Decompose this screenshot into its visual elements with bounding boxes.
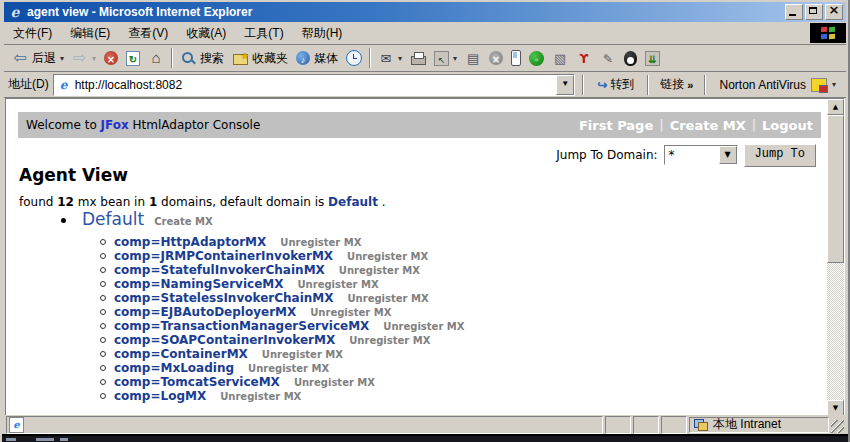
unregister-mx-link[interactable]: Unregister MX — [280, 237, 361, 248]
resize-grip[interactable] — [831, 420, 844, 433]
messenger-icon — [489, 51, 503, 65]
select-dropdown-icon[interactable]: ▼ — [719, 146, 737, 164]
address-dropdown-icon[interactable]: ▼ — [556, 75, 574, 95]
history-button[interactable] — [342, 48, 366, 68]
back-button[interactable]: 后退 ▾ — [8, 48, 68, 69]
yahoo-button[interactable] — [572, 48, 596, 68]
unregister-mx-link[interactable]: Unregister MX — [294, 377, 375, 388]
stop-button[interactable] — [100, 49, 122, 67]
status-pane — [661, 416, 687, 434]
edit-button[interactable]: ▾ — [430, 49, 461, 68]
circle-bullet-icon — [100, 365, 106, 371]
mail-dropdown-icon[interactable]: ▾ — [398, 54, 402, 63]
menu-item[interactable]: 编辑(E) — [61, 22, 119, 45]
vertical-scrollbar[interactable]: ▲ ▼ — [827, 99, 844, 416]
domain-select[interactable]: * ▼ — [664, 145, 738, 165]
mbean-link[interactable]: comp=TransactionManagerServiceMX — [114, 319, 369, 333]
minimize-button[interactable] — [785, 4, 803, 20]
forward-button[interactable]: ▾ — [68, 48, 100, 68]
domain-link[interactable]: Default — [82, 209, 144, 229]
favorites-button[interactable]: 收藏夹 — [228, 48, 292, 69]
window-title: agent view - Microsoft Internet Explorer — [27, 5, 783, 19]
unregister-mx-link[interactable]: Unregister MX — [248, 363, 329, 374]
unregister-mx-link[interactable]: Unregister MX — [347, 293, 428, 304]
mbean-link[interactable]: comp=SOAPContainerInvokerMX — [114, 333, 335, 347]
norton-dropdown-icon[interactable]: ▾ — [832, 80, 836, 89]
menu-item[interactable]: 帮助(H) — [293, 22, 352, 45]
close-button[interactable] — [825, 4, 843, 20]
discuss-button[interactable] — [461, 48, 485, 68]
mbean-link[interactable]: comp=EJBAutoDeployerMX — [114, 305, 296, 319]
unregister-mx-link[interactable]: Unregister MX — [339, 265, 420, 276]
unregister-mx-link[interactable]: Unregister MX — [347, 251, 428, 262]
create-mx-link[interactable]: Create MX — [154, 216, 213, 227]
download-button[interactable] — [641, 49, 664, 68]
green-globe-icon — [529, 51, 544, 66]
jump-label: Jump To Domain: — [556, 148, 657, 162]
mbean-link[interactable]: comp=JRMPContainerInvokerMX — [114, 249, 333, 263]
mbean-link[interactable]: comp=NamingServiceMX — [114, 277, 283, 291]
address-field[interactable]: http://localhost:8082 ▼ — [53, 74, 576, 96]
mail-button[interactable]: ▾ — [374, 48, 406, 68]
scrollbar-thumb[interactable] — [827, 115, 844, 263]
tools-icon — [552, 50, 568, 66]
default-domain-link[interactable]: Default — [328, 195, 378, 209]
jump-to-button[interactable]: Jump To — [744, 144, 816, 167]
mbean-link[interactable]: comp=ContainerMX — [114, 347, 248, 361]
mobile-button[interactable] — [507, 48, 525, 68]
menu-item[interactable]: 工具(T) — [235, 22, 292, 45]
address-url[interactable]: http://localhost:8082 — [75, 78, 553, 92]
mbean-link[interactable]: comp=StatelessInvokerChainMX — [114, 291, 333, 305]
unregister-mx-link[interactable]: Unregister MX — [297, 279, 378, 290]
qq-button[interactable] — [620, 49, 641, 68]
scroll-up-icon[interactable]: ▲ — [827, 99, 844, 115]
menu-item[interactable]: 收藏(A) — [177, 22, 235, 45]
media-button[interactable]: 媒体 — [292, 48, 342, 69]
header-nav-link-create-mx[interactable]: Create MX — [670, 118, 746, 133]
menu-item[interactable]: 文件(F) — [4, 22, 61, 45]
unregister-mx-link[interactable]: Unregister MX — [349, 335, 430, 346]
mbean-link[interactable]: comp=LogMX — [114, 389, 206, 403]
forward-icon — [72, 50, 88, 66]
scroll-down-icon[interactable]: ▼ — [827, 400, 844, 416]
home-button[interactable] — [144, 48, 168, 68]
mbean-link[interactable]: comp=HttpAdaptorMX — [114, 235, 266, 249]
maximize-button[interactable] — [805, 4, 823, 20]
circle-bullet-icon — [100, 295, 106, 301]
refresh-button[interactable] — [122, 49, 144, 68]
media-label: 媒体 — [314, 50, 338, 67]
icq-button[interactable] — [525, 49, 548, 68]
messenger-button[interactable] — [485, 49, 507, 67]
print-button[interactable] — [406, 49, 430, 67]
norton-antivirus-button[interactable]: Norton AntiVirus ▾ — [713, 78, 842, 92]
unregister-mx-link[interactable]: Unregister MX — [262, 349, 343, 360]
links-button[interactable]: 链接 » — [656, 76, 697, 93]
circle-bullet-icon — [100, 253, 106, 259]
tools-addon-button[interactable] — [548, 48, 572, 68]
bean-list-item: comp=MxLoading Unregister MX — [100, 361, 464, 375]
console-header: Welcome to JFox HtmlAdaptor Console Firs… — [18, 112, 821, 138]
unregister-mx-link[interactable]: Unregister MX — [383, 321, 464, 332]
ie-window: agent view - Microsoft Internet Explorer… — [0, 0, 850, 442]
toolbar-separator — [647, 75, 649, 95]
mbean-link[interactable]: comp=MxLoading — [114, 361, 234, 375]
circle-bullet-icon — [100, 393, 106, 399]
header-nav-link-first-page[interactable]: First Page — [579, 118, 653, 133]
mbean-link[interactable]: comp=StatefulInvokerChainMX — [114, 263, 325, 277]
search-button[interactable]: 搜索 — [176, 48, 228, 69]
chevron-icon[interactable]: » — [687, 79, 693, 91]
notes-button[interactable] — [596, 48, 620, 68]
unregister-mx-link[interactable]: Unregister MX — [310, 307, 391, 318]
back-dropdown-icon[interactable]: ▾ — [60, 54, 64, 63]
links-label: 链接 — [660, 76, 684, 93]
mbean-link[interactable]: comp=TomcatServiceMX — [114, 375, 280, 389]
forward-dropdown-icon[interactable]: ▾ — [92, 54, 96, 63]
edit-dropdown-icon[interactable]: ▾ — [453, 54, 457, 63]
search-label: 搜索 — [200, 50, 224, 67]
title-bar[interactable]: agent view - Microsoft Internet Explorer — [4, 2, 846, 22]
menu-item[interactable]: 查看(V) — [119, 22, 177, 45]
go-button[interactable]: ↪ 转到 — [591, 74, 640, 95]
toolbar-separator — [171, 48, 173, 68]
unregister-mx-link[interactable]: Unregister MX — [220, 391, 301, 402]
header-nav-link-logout[interactable]: Logout — [762, 118, 813, 133]
